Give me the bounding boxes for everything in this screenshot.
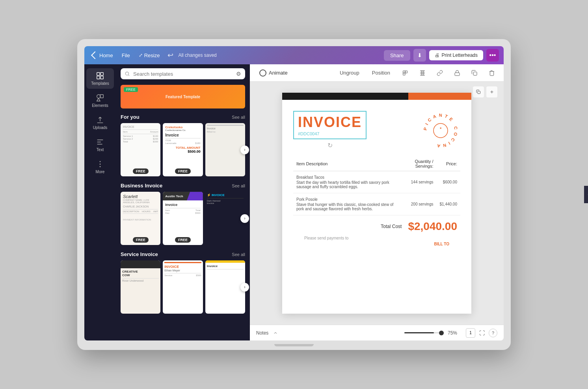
- ungroup-button[interactable]: Ungroup: [337, 68, 363, 77]
- sidebar-item-uploads[interactable]: Uploads: [86, 112, 114, 133]
- resize-button[interactable]: ⤢ Resize: [136, 51, 163, 60]
- svg-point-8: [100, 164, 101, 165]
- section-header-for-you: For you See all: [121, 114, 245, 120]
- home-button[interactable]: Home: [89, 51, 116, 60]
- header-black-bar: [282, 93, 408, 100]
- topbar: Home File ⤢ Resize ↩ All changes saved S…: [84, 46, 504, 64]
- search-icon: [125, 71, 130, 77]
- template-card-scarlett[interactable]: Scarlett COMPANY NAME • LOS ANGELES, CAL…: [121, 192, 160, 245]
- bill-to-label: BILL TO: [293, 242, 460, 246]
- see-all-for-you[interactable]: See all: [232, 115, 245, 120]
- invoice-document[interactable]: INVOICE #DDC0047 ↻: [282, 93, 471, 314]
- more-label: More: [96, 170, 105, 174]
- service-next-arrow[interactable]: ›: [240, 283, 249, 292]
- template-card-crekotsoko[interactable]: Crekotsoko Confectionaires Co. Invoice I…: [163, 123, 203, 176]
- total-label: Total Cost: [381, 224, 402, 229]
- canvas-content[interactable]: INVOICE #DDC0047 ↻: [250, 82, 504, 325]
- template-card-ethan-meyer[interactable]: INVOICE Ethan Meyer Service$500: [163, 260, 203, 314]
- see-all-service[interactable]: See all: [232, 252, 245, 257]
- more-options-button[interactable]: •••: [486, 49, 499, 62]
- svg-point-10: [125, 72, 128, 75]
- svg-point-17: [434, 123, 448, 138]
- uploads-label: Uploads: [93, 125, 108, 130]
- total-row: Total Cost $2,040.00: [293, 220, 460, 233]
- free-badge: FREE: [124, 87, 138, 92]
- download-button[interactable]: ⬇: [413, 49, 426, 62]
- template-card-creative-cow[interactable]: CREATIVECOW Rose Underwood: [121, 260, 160, 314]
- sidebar-item-more[interactable]: More: [86, 157, 114, 177]
- for-you-grid: INVOICE ItemAmount Service 1$100 Service…: [121, 123, 245, 176]
- undo-button[interactable]: ↩: [165, 49, 176, 61]
- svg-point-7: [100, 161, 101, 162]
- delete-button[interactable]: [486, 67, 497, 79]
- position-button[interactable]: Position: [369, 68, 393, 77]
- uploads-icon: [96, 116, 104, 124]
- sidebar-item-text[interactable]: Text: [86, 135, 114, 155]
- canvas-area: Animate Ungroup Position: [250, 64, 504, 340]
- item2-price: $1,440.00: [436, 193, 460, 215]
- invoice-title-container: INVOICE #DDC0047 ↻: [293, 111, 367, 149]
- resize-label: Resize: [144, 52, 160, 58]
- invoice-title: INVOICE: [298, 114, 362, 131]
- help-button[interactable]: ?: [489, 329, 497, 337]
- style-copy-button[interactable]: [400, 67, 411, 79]
- fullscreen-button[interactable]: ⛶: [479, 330, 485, 336]
- item2-name: Pork Posole: [296, 197, 398, 202]
- template-card-invoice1[interactable]: INVOICE ItemAmount Service 1$100 Service…: [121, 123, 160, 176]
- rotate-handle[interactable]: ↻: [293, 142, 367, 149]
- lock-button[interactable]: [452, 67, 463, 79]
- template-card-austin[interactable]: Austin Tech Invoice ItemTotal Dev$500 FR…: [163, 192, 203, 245]
- print-icon: 🖨: [435, 52, 439, 58]
- animate-button[interactable]: Animate: [256, 68, 291, 78]
- template-card-lightning[interactable]: ⚡ INVOICE Dark themedinvoice: [205, 192, 245, 245]
- duplicate-button[interactable]: [469, 67, 480, 79]
- sidebar-item-elements[interactable]: Elements: [86, 90, 114, 111]
- item1-desc: Start the day with hearty tortilla fille…: [296, 180, 398, 189]
- search-input[interactable]: [133, 71, 233, 77]
- back-icon: [91, 51, 99, 59]
- filter-icon[interactable]: ⚙: [236, 71, 241, 77]
- print-label: Print Letterheads: [442, 52, 478, 58]
- col-header-quantity: Quantity / Servings:: [402, 157, 436, 171]
- svg-rect-12: [473, 72, 477, 75]
- see-all-business[interactable]: See all: [232, 183, 245, 188]
- section-title-for-you: For you: [121, 114, 140, 120]
- invoice-title-row: INVOICE #DDC0047 ↻: [293, 111, 460, 150]
- for-you-next-arrow[interactable]: ›: [240, 146, 249, 154]
- total-amount: $2,040.00: [408, 220, 457, 233]
- more-icon: [96, 160, 104, 168]
- svg-text:PICANTE COCINA: PICANTE COCINA: [423, 113, 459, 149]
- print-button[interactable]: 🖨 Print Letterheads: [429, 50, 483, 60]
- file-menu-button[interactable]: File: [119, 51, 133, 60]
- col-header-description: Item Description: [293, 157, 402, 171]
- canvas-add-button[interactable]: [486, 86, 497, 97]
- canvas-copy-button[interactable]: [473, 86, 484, 97]
- templates-icon: [96, 71, 104, 80]
- free-badge-austin: FREE: [175, 237, 191, 243]
- zoom-thumb[interactable]: [439, 331, 444, 335]
- picante-logo: PICANTE COCINA ★: [421, 111, 460, 150]
- item1-price: $600.00: [436, 171, 460, 193]
- link-button[interactable]: [434, 67, 445, 79]
- featured-template[interactable]: FREE Featured Template: [121, 85, 245, 108]
- grid-button[interactable]: [417, 67, 428, 79]
- section-header-service: Service Invoice See all: [121, 251, 245, 257]
- saved-status: All changes saved: [178, 52, 381, 58]
- invoice-table: Item Description Quantity / Servings: Pr…: [293, 157, 460, 215]
- zoom-percentage: 75%: [448, 330, 462, 336]
- section-header-business: Business Invoice See all: [121, 183, 245, 189]
- business-next-arrow[interactable]: ›: [240, 214, 249, 223]
- page-view-button[interactable]: 1: [466, 328, 475, 338]
- sidebar-item-templates[interactable]: Templates: [86, 68, 114, 89]
- template-card-invoice3[interactable]: Invoice Billed to:: [205, 123, 245, 176]
- zoom-fill: [404, 332, 434, 333]
- doc-header-bar: [282, 93, 471, 100]
- template-card-service3[interactable]: Invoice: [205, 260, 245, 314]
- service-invoice-grid: CREATIVECOW Rose Underwood INVOICE Ethan…: [121, 260, 245, 314]
- svg-rect-2: [97, 76, 100, 79]
- share-button[interactable]: Share: [384, 50, 410, 61]
- notes-expand-icon[interactable]: [273, 331, 278, 335]
- svg-marker-6: [97, 98, 100, 101]
- svg-rect-3: [100, 76, 103, 79]
- item1-qty: 144 servings: [402, 171, 436, 193]
